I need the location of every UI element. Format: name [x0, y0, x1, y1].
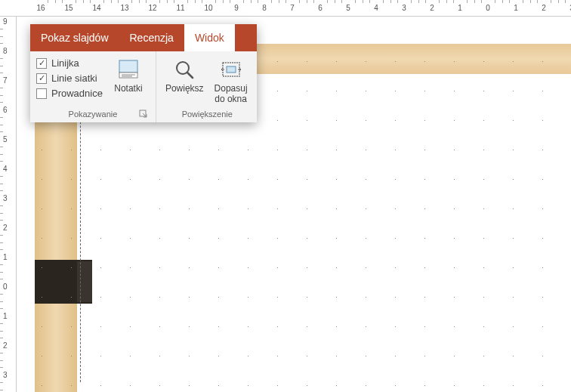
svg-line-6 [187, 73, 193, 78]
svg-rect-8 [227, 66, 236, 73]
checkbox-guides-label: Prowadnice [51, 88, 103, 99]
checkbox-ruler[interactable]: ✓ Linijka [36, 57, 103, 69]
checkbox-gridlines[interactable]: ✓ Linie siatki [36, 73, 103, 84]
group-show-title: Pokazywanie [36, 106, 150, 121]
notes-icon [116, 57, 140, 82]
fit-label: Dopasujdo okna [215, 83, 248, 105]
tab-slideshow[interactable]: Pokaz slajdów [30, 24, 119, 51]
checkbox-ruler-label: Linijka [51, 57, 79, 69]
check-icon [36, 88, 47, 99]
magnifier-icon [172, 57, 196, 82]
notes-button[interactable]: Notatki [107, 56, 150, 95]
checkbox-guides[interactable]: Prowadnice [36, 88, 103, 99]
svg-rect-0 [119, 60, 137, 73]
zoom-label: Powiększ [165, 83, 204, 94]
vertical-ruler: 9876543210123 [0, 17, 17, 392]
tab-view[interactable]: Widok [184, 24, 235, 51]
tab-review[interactable]: Recenzja [119, 24, 184, 51]
horizontal-ruler: 1615141312111098765432101234 [0, 0, 571, 17]
check-icon: ✓ [36, 58, 47, 69]
checkbox-gridlines-label: Linie siatki [51, 73, 97, 84]
notes-label: Notatki [114, 83, 142, 94]
dialog-launcher-icon[interactable] [139, 110, 148, 119]
ribbon-tabs: Pokaz slajdów Recenzja Widok [30, 24, 257, 51]
check-icon: ✓ [36, 73, 47, 84]
fit-window-icon [219, 57, 243, 82]
ribbon-body: ✓ Linijka ✓ Linie siatki Prowadnice [30, 51, 257, 122]
fit-to-window-button[interactable]: Dopasujdo okna [210, 56, 252, 106]
ribbon-panel: Pokaz slajdów Recenzja Widok ✓ Linijka ✓… [30, 24, 257, 122]
group-zoom-title: Powiększenie [162, 106, 252, 121]
group-zoom: Powiększ Dopasujdo okna [156, 51, 258, 122]
zoom-button[interactable]: Powiększ [162, 56, 207, 95]
group-show: ✓ Linijka ✓ Linie siatki Prowadnice [30, 51, 156, 122]
